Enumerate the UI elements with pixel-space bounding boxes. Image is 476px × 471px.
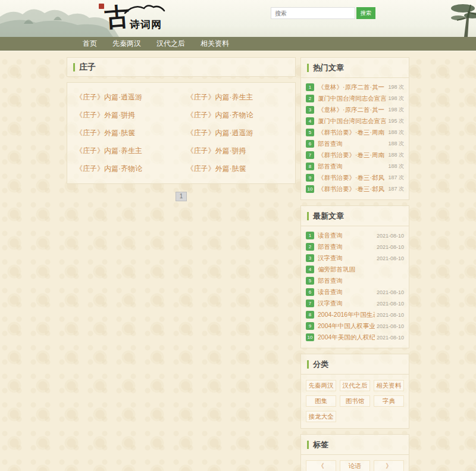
nav-item[interactable]: 相关资料 bbox=[193, 37, 237, 51]
book-link[interactable]: 《庄子》内篇·逍遥游 bbox=[187, 128, 287, 138]
rank-badge: 5 bbox=[306, 129, 314, 136]
article-date: 2021-08-10 bbox=[377, 255, 404, 261]
latest-article-row: 3 汉字查询 2021-08-10 bbox=[306, 252, 404, 264]
book-link[interactable]: 《庄子》内篇·齐物论 bbox=[76, 164, 176, 174]
site-logo[interactable]: 古 诗词网 bbox=[100, 2, 171, 36]
latest-article-row: 5 部首查询 bbox=[306, 275, 404, 286]
search-input[interactable] bbox=[271, 7, 355, 19]
hot-accent-bar bbox=[307, 64, 309, 72]
article-link[interactable]: 厦门中国台湾同志会宣言 (1925 bbox=[318, 95, 386, 103]
article-link[interactable]: 2004-2016年中国生态系统研究 bbox=[318, 311, 375, 319]
tags-list: 《 论语 》 为政 子曰 为政以德 譬如 北辰 居 学而 bbox=[301, 455, 409, 471]
latest-article-row: 2 部首查询 2021-08-10 bbox=[306, 241, 404, 252]
rank-badge: 6 bbox=[306, 140, 314, 148]
tag-link[interactable]: 论语 bbox=[340, 460, 370, 471]
search-bar: 搜索 bbox=[271, 7, 375, 19]
hot-articles-list: 1 《意林》·原序二首·其一 198 次 2 厦门中国台湾同志会宣言 (1925… bbox=[301, 78, 409, 199]
article-link[interactable]: 《群书治要》·卷三·邶风 bbox=[318, 174, 386, 182]
rank-badge: 3 bbox=[306, 254, 314, 262]
rank-badge: 2 bbox=[306, 95, 314, 102]
view-count: 187 次 bbox=[388, 185, 404, 193]
rank-badge: 2 bbox=[306, 243, 314, 251]
article-link[interactable]: 部首查询 bbox=[318, 163, 386, 171]
article-link[interactable]: 读音查询 bbox=[318, 288, 375, 297]
view-count: 198 次 bbox=[388, 83, 404, 91]
hot-articles-title: 热门文章 bbox=[313, 63, 344, 73]
hot-articles-card: 热门文章 1 《意林》·原序二首·其一 198 次 2 厦门中国台湾同志会宣言 … bbox=[300, 57, 409, 200]
rank-badge: 10 bbox=[306, 333, 314, 341]
article-link[interactable]: 读音查询 bbox=[318, 232, 375, 240]
latest-article-row: 4 偏旁部首巩固 bbox=[306, 264, 404, 275]
rank-badge: 6 bbox=[306, 288, 314, 296]
pagination: 1 bbox=[67, 192, 296, 201]
nav-item[interactable]: 先秦两汉 bbox=[105, 37, 149, 51]
view-count: 188 次 bbox=[388, 129, 404, 136]
article-date: 2021-08-10 bbox=[377, 323, 404, 329]
view-count: 188 次 bbox=[388, 151, 404, 159]
article-link[interactable]: 汉字查询 bbox=[318, 300, 375, 308]
rank-badge: 4 bbox=[306, 266, 314, 273]
article-link[interactable]: 2004年美国的人权纪录 bbox=[318, 333, 375, 342]
book-link[interactable]: 《庄子》外篇·骈拇 bbox=[76, 110, 176, 120]
page-title: 庄子 bbox=[79, 62, 96, 73]
view-count: 188 次 bbox=[388, 163, 404, 170]
article-link[interactable]: 2004年中国人权事业的进展 bbox=[318, 322, 375, 330]
latest-article-row: 9 2004年中国人权事业的进展 2021-08-10 bbox=[306, 320, 404, 332]
view-count: 198 次 bbox=[388, 106, 404, 114]
nav-item[interactable]: 首页 bbox=[75, 37, 105, 51]
pine-tree-art bbox=[428, 0, 476, 37]
category-link[interactable]: 接龙大全 bbox=[306, 411, 336, 422]
latest-accent-bar bbox=[307, 212, 309, 220]
book-link[interactable]: 《庄子》外篇·骈拇 bbox=[187, 146, 287, 156]
category-link[interactable]: 汉代之后 bbox=[340, 380, 370, 391]
tag-link[interactable]: 》 bbox=[374, 460, 404, 471]
category-link[interactable]: 图集 bbox=[306, 395, 336, 407]
book-link[interactable]: 《庄子》内篇·养生主 bbox=[187, 92, 287, 102]
article-link[interactable]: 部首查询 bbox=[318, 140, 386, 148]
book-link[interactable]: 《庄子》外篇·胠箧 bbox=[76, 128, 176, 138]
book-link[interactable]: 《庄子》外篇·胠箧 bbox=[187, 164, 287, 174]
rank-badge: 8 bbox=[306, 311, 314, 319]
logo-swoosh-icon bbox=[124, 2, 165, 15]
book-link[interactable]: 《庄子》内篇·逍遥游 bbox=[76, 92, 176, 102]
article-link[interactable]: 部首查询 bbox=[318, 243, 375, 251]
tag-link[interactable]: 《 bbox=[306, 460, 336, 471]
article-link[interactable]: 《群书治要》·卷三·邶风 bbox=[318, 185, 386, 194]
category-link[interactable]: 图书馆 bbox=[340, 395, 370, 407]
book-list-card: 《庄子》内篇·逍遥游 《庄子》内篇·养生主 《庄子》外篇·骈拇 《庄子》内篇·齐… bbox=[67, 82, 296, 184]
article-link[interactable]: 汉字查询 bbox=[318, 254, 375, 263]
view-count: 198 次 bbox=[388, 95, 404, 102]
hot-article-row: 2 厦门中国台湾同志会宣言 (1925 198 次 bbox=[306, 93, 404, 104]
rank-badge: 10 bbox=[306, 185, 314, 193]
book-list: 《庄子》内篇·逍遥游 《庄子》内篇·养生主 《庄子》外篇·骈拇 《庄子》内篇·齐… bbox=[67, 83, 295, 183]
book-link[interactable]: 《庄子》内篇·养生主 bbox=[76, 146, 176, 156]
article-link[interactable]: 《意林》·原序二首·其一 bbox=[318, 106, 386, 114]
rank-badge: 3 bbox=[306, 106, 314, 114]
category-link[interactable]: 字典 bbox=[374, 395, 404, 407]
tags-title: 标签 bbox=[313, 439, 328, 450]
rank-badge: 1 bbox=[306, 232, 314, 239]
category-link[interactable]: 先秦两汉 bbox=[306, 380, 336, 391]
article-link[interactable]: 部首查询 bbox=[318, 277, 402, 285]
page-number-current[interactable]: 1 bbox=[176, 192, 187, 201]
hot-article-row: 3 《意林》·原序二首·其一 198 次 bbox=[306, 104, 404, 116]
article-date: 2021-08-10 bbox=[377, 301, 404, 307]
hot-article-row: 7 《群书治要》·卷三·周南 188 次 bbox=[306, 149, 404, 161]
article-link[interactable]: 《意林》·原序二首·其一 bbox=[318, 83, 386, 92]
latest-articles-list: 1 读音查询 2021-08-10 2 部首查询 2021-08-10 3 汉字… bbox=[301, 226, 409, 348]
category-link[interactable]: 相关资料 bbox=[374, 380, 404, 391]
main-nav: 首页 先秦两汉 汉代之后 相关资料 bbox=[0, 37, 476, 51]
article-link[interactable]: 偏旁部首巩固 bbox=[318, 266, 402, 274]
hot-article-row: 8 部首查询 188 次 bbox=[306, 161, 404, 172]
latest-article-row: 10 2004年美国的人权纪录 2021-08-10 bbox=[306, 332, 404, 343]
view-count: 195 次 bbox=[388, 117, 404, 125]
site-header: 古 诗词网 搜索 bbox=[0, 0, 476, 37]
article-link[interactable]: 《群书治要》·卷三·周南 bbox=[318, 151, 386, 160]
article-link[interactable]: 《群书治要》·卷三·周南 bbox=[318, 129, 386, 137]
search-button[interactable]: 搜索 bbox=[356, 7, 375, 19]
article-link[interactable]: 厦门中国台湾同志会宣言 (1925 bbox=[318, 117, 386, 126]
book-link[interactable]: 《庄子》内篇·齐物论 bbox=[187, 110, 287, 120]
nav-item[interactable]: 汉代之后 bbox=[149, 37, 193, 51]
hot-article-row: 5 《群书治要》·卷三·周南 188 次 bbox=[306, 127, 404, 138]
rank-badge: 1 bbox=[306, 83, 314, 91]
